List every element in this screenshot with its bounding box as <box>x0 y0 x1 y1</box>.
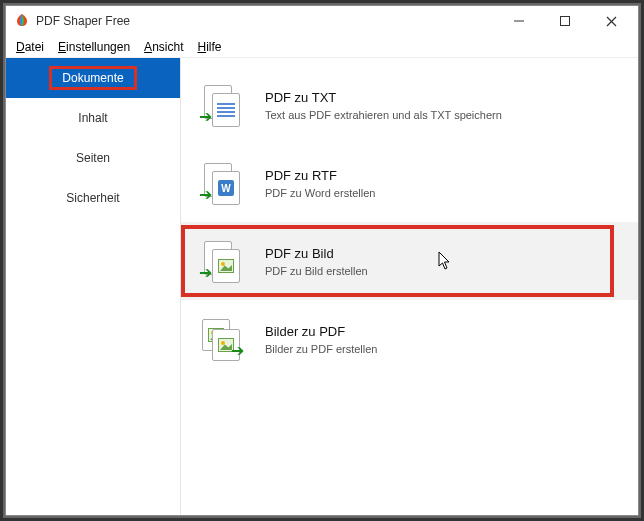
pdf-to-image-icon: ➔ <box>193 239 247 283</box>
cursor-icon <box>438 251 452 275</box>
sidebar: Dokumente Inhalt Seiten Sicherheit <box>6 58 181 515</box>
action-pdf-to-txt[interactable]: ➔ PDF zu TXT Text aus PDF extrahieren un… <box>181 66 638 144</box>
menubar: Datei Einstellungen Ansicht Hilfe <box>6 36 638 58</box>
sidebar-item-label: Seiten <box>76 151 110 165</box>
sidebar-item-content[interactable]: Inhalt <box>6 98 180 138</box>
sidebar-item-label: Dokumente <box>62 71 123 85</box>
action-title: Bilder zu PDF <box>265 324 378 339</box>
action-desc: Text aus PDF extrahieren und als TXT spe… <box>265 109 502 121</box>
maximize-button[interactable] <box>542 6 588 36</box>
app-title: PDF Shaper Free <box>30 14 496 28</box>
action-pdf-to-rtf[interactable]: W ➔ PDF zu RTF PDF zu Word erstellen <box>181 144 638 222</box>
svg-rect-1 <box>561 17 570 26</box>
action-images-to-pdf[interactable]: ➔ Bilder zu PDF Bilder zu PDF erstellen <box>181 300 638 378</box>
menu-file[interactable]: Datei <box>16 40 44 54</box>
images-to-pdf-icon: ➔ <box>193 317 247 361</box>
main-panel: ➔ PDF zu TXT Text aus PDF extrahieren un… <box>181 58 638 515</box>
pdf-to-rtf-icon: W ➔ <box>193 161 247 205</box>
menu-settings[interactable]: Einstellungen <box>58 40 130 54</box>
menu-view[interactable]: Ansicht <box>144 40 183 54</box>
close-button[interactable] <box>588 6 634 36</box>
sidebar-item-documents[interactable]: Dokumente <box>6 58 180 98</box>
sidebar-item-pages[interactable]: Seiten <box>6 138 180 178</box>
annotation-highlight: Dokumente <box>49 66 136 90</box>
pdf-to-txt-icon: ➔ <box>193 83 247 127</box>
action-title: PDF zu TXT <box>265 90 502 105</box>
app-window: PDF Shaper Free Datei Einstellungen Ansi… <box>5 5 639 516</box>
action-desc: Bilder zu PDF erstellen <box>265 343 378 355</box>
sidebar-item-label: Inhalt <box>78 111 107 125</box>
menu-help[interactable]: Hilfe <box>197 40 221 54</box>
action-desc: PDF zu Bild erstellen <box>265 265 368 277</box>
action-title: PDF zu Bild <box>265 246 368 261</box>
action-desc: PDF zu Word erstellen <box>265 187 375 199</box>
action-pdf-to-image[interactable]: ➔ PDF zu Bild PDF zu Bild erstellen <box>181 222 638 300</box>
app-icon <box>14 13 30 29</box>
sidebar-item-security[interactable]: Sicherheit <box>6 178 180 218</box>
sidebar-item-label: Sicherheit <box>66 191 119 205</box>
action-title: PDF zu RTF <box>265 168 375 183</box>
minimize-button[interactable] <box>496 6 542 36</box>
titlebar: PDF Shaper Free <box>6 6 638 36</box>
